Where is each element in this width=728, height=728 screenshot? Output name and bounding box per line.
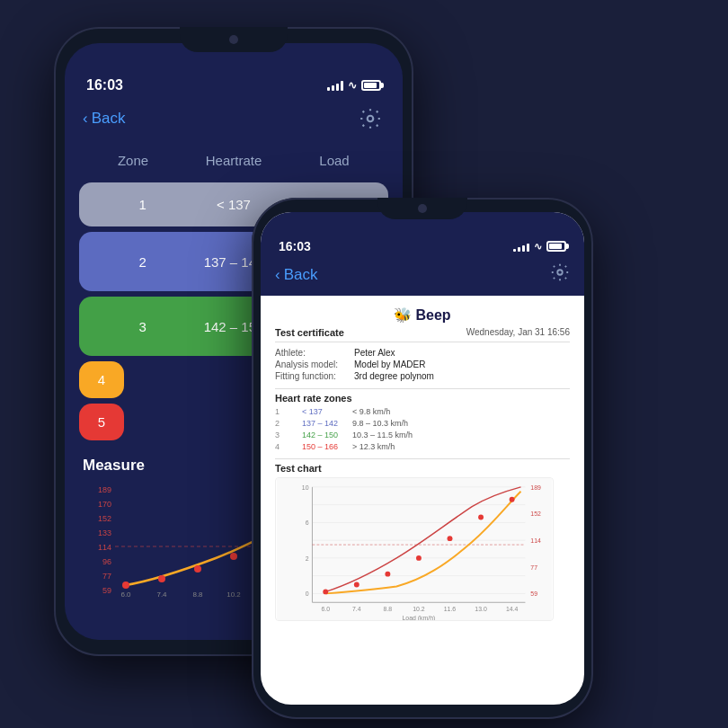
svg-text:8.8: 8.8 xyxy=(384,606,393,612)
phone-front: 16:03 ∿ ‹ Ba xyxy=(252,198,593,719)
svg-text:189: 189 xyxy=(98,485,111,494)
cert-zone-2-speed: 9.8 – 10.3 km/h xyxy=(352,419,413,428)
camera-dot xyxy=(229,35,238,44)
svg-point-46 xyxy=(354,582,360,588)
signal-icon xyxy=(327,80,343,91)
beep-text: Beep xyxy=(415,307,450,324)
svg-text:13.0: 13.0 xyxy=(475,606,487,612)
cert-zones-area: 1 2 3 4 < 137 xyxy=(275,407,570,451)
athlete-value: Peter Alex xyxy=(354,348,395,358)
svg-text:77: 77 xyxy=(530,564,537,571)
zone-1-number: 1 xyxy=(97,197,188,212)
zone-5-number: 5 xyxy=(98,414,105,430)
front-settings-button[interactable] xyxy=(550,262,570,287)
front-back-label: Back xyxy=(284,266,318,284)
svg-text:170: 170 xyxy=(98,500,111,509)
svg-text:59: 59 xyxy=(530,590,537,597)
svg-point-49 xyxy=(448,536,453,541)
svg-text:2: 2 xyxy=(306,555,309,562)
front-status-bar: 16:03 ∿ xyxy=(261,212,584,261)
back-phone-notch xyxy=(180,27,288,52)
svg-text:6.0: 6.0 xyxy=(321,606,330,612)
athlete-row: Athlete: Peter Alex xyxy=(275,348,570,358)
chevron-left-icon: ‹ xyxy=(83,110,88,128)
svg-text:7.4: 7.4 xyxy=(352,606,361,612)
front-back-button[interactable]: ‹ Back xyxy=(275,266,317,284)
load-col-header: Load xyxy=(284,153,385,168)
svg-text:10.2: 10.2 xyxy=(226,590,241,599)
svg-text:10: 10 xyxy=(302,484,309,491)
svg-point-11 xyxy=(158,575,165,582)
front-phone-notch xyxy=(377,198,467,219)
front-camera-dot xyxy=(418,204,427,213)
svg-point-10 xyxy=(122,582,129,589)
svg-point-13 xyxy=(230,553,237,560)
cert-title: Test certificate xyxy=(275,327,344,338)
svg-point-50 xyxy=(478,514,484,519)
front-time: 16:03 xyxy=(279,239,311,253)
zone-keys-col: 1 2 3 4 xyxy=(275,407,288,451)
zone-5-row: 5 xyxy=(79,404,124,440)
front-wifi-icon: ∿ xyxy=(534,241,542,253)
cert-zone-3-speed: 10.3 – 11.5 km/h xyxy=(352,431,413,439)
svg-text:59: 59 xyxy=(102,586,111,595)
front-battery-icon xyxy=(546,241,566,252)
svg-text:7.4: 7.4 xyxy=(156,590,167,599)
model-value: Model by MADER xyxy=(354,360,425,369)
back-button[interactable]: ‹ Back xyxy=(83,110,125,128)
scene: 16:03 ∿ ‹ Ba xyxy=(0,0,728,728)
svg-text:10.2: 10.2 xyxy=(413,606,425,612)
zones-section-title: Heart rate zones xyxy=(275,388,570,404)
svg-text:133: 133 xyxy=(98,528,111,537)
model-row: Analysis model: Model by MADER xyxy=(275,360,570,369)
beep-logo: 🐝 Beep xyxy=(394,306,450,324)
svg-text:152: 152 xyxy=(530,510,541,517)
front-signal-icon xyxy=(513,241,529,252)
zone-speed-col: < 9.8 km/h 9.8 – 10.3 km/h 10.3 – 11.5 k… xyxy=(352,407,413,451)
zone-key-2: 2 xyxy=(275,419,288,428)
zone-key-3: 3 xyxy=(275,431,288,439)
back-time: 16:03 xyxy=(86,77,123,93)
settings-button[interactable] xyxy=(356,104,385,133)
fitting-label: Fitting function: xyxy=(275,371,347,381)
svg-text:8.8: 8.8 xyxy=(192,590,203,599)
front-phone-screen: 16:03 ∿ ‹ Ba xyxy=(261,212,584,705)
svg-text:14.4: 14.4 xyxy=(506,606,519,612)
cert-zone-1-hr: < 137 xyxy=(302,407,338,416)
back-label: Back xyxy=(92,110,126,128)
zone-3-number: 3 xyxy=(97,319,188,334)
svg-point-47 xyxy=(385,572,390,577)
wifi-icon: ∿ xyxy=(348,79,357,92)
svg-text:189: 189 xyxy=(530,484,541,491)
zone-4-row: 4 xyxy=(79,361,124,398)
certificate-body: 🐝 Beep Test certificate Wednesday, Jan 3… xyxy=(261,296,584,655)
svg-text:0: 0 xyxy=(306,590,309,597)
fitting-row: Fitting function: 3rd degree polynom xyxy=(275,371,570,381)
cert-zone-4-speed: > 12.3 km/h xyxy=(352,442,413,451)
svg-text:96: 96 xyxy=(102,557,111,566)
svg-point-24 xyxy=(557,270,563,275)
zone-2-number: 2 xyxy=(97,254,188,270)
cert-zone-3-hr: 142 – 150 xyxy=(302,431,338,439)
cert-zone-2-hr: 137 – 142 xyxy=(302,419,338,428)
svg-text:77: 77 xyxy=(102,572,111,581)
bee-icon: 🐝 xyxy=(394,306,412,324)
table-header: Zone Heartrate Load xyxy=(65,144,403,177)
cert-header: Test certificate Wednesday, Jan 31 16:56 xyxy=(275,327,570,342)
cert-logo-row: 🐝 Beep xyxy=(275,306,570,324)
cert-zone-1-speed: < 9.8 km/h xyxy=(352,407,413,416)
zone-col-header: Zone xyxy=(83,153,183,168)
heartrate-col-header: Heartrate xyxy=(183,153,284,168)
zone-key-4: 4 xyxy=(275,442,288,451)
svg-text:114: 114 xyxy=(530,537,541,544)
battery-icon xyxy=(361,80,381,91)
svg-text:Load (km/h): Load (km/h) xyxy=(403,615,436,621)
cert-zone-4-hr: 150 – 166 xyxy=(302,442,338,451)
zone-4-number: 4 xyxy=(98,372,105,387)
front-nav-bar: ‹ Back xyxy=(261,261,584,296)
svg-text:6: 6 xyxy=(306,519,309,526)
svg-text:11.6: 11.6 xyxy=(444,606,457,612)
svg-text:114: 114 xyxy=(98,543,111,552)
chart-section-title: Test chart xyxy=(275,458,570,474)
svg-point-51 xyxy=(510,497,515,502)
